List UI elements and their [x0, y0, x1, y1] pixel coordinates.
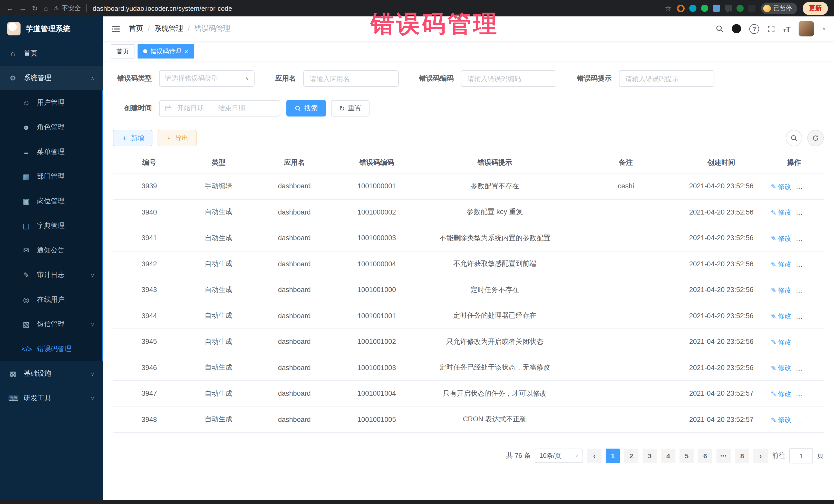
goto-page-input[interactable] — [789, 448, 813, 463]
breadcrumb-item[interactable]: 错误码管理 — [183, 24, 231, 34]
submenu-item-icon: ▧ — [22, 320, 31, 328]
page-button[interactable]: 8 — [735, 448, 749, 463]
error-hint-input[interactable] — [619, 70, 714, 87]
edit-link[interactable]: ✎ 修改 — [771, 364, 791, 373]
home-icon[interactable]: ⌂ — [43, 4, 48, 12]
sidebar-group-system[interactable]: ⚙ 系统管理 ∧ — [0, 66, 103, 90]
extension-icon[interactable] — [737, 5, 744, 12]
hamburger-icon[interactable] — [111, 24, 120, 34]
reload-icon[interactable]: ↻ — [32, 4, 38, 12]
edit-icon: ✎ — [771, 338, 776, 346]
close-icon[interactable]: × — [184, 48, 188, 54]
sidebar-subitem[interactable]: ▧ 短信管理 ∨ — [0, 312, 103, 337]
puzzle-extension-icon[interactable] — [748, 5, 755, 12]
breadcrumb-item[interactable]: 系统管理 — [143, 24, 183, 34]
error-type-select[interactable]: 请选择错误码类型 ∨ — [159, 70, 255, 87]
refresh-table-button[interactable] — [807, 130, 824, 146]
font-size-icon[interactable]: тT — [784, 24, 791, 33]
url-text[interactable]: dashboard.yudao.iocoder.cn/system/error-… — [93, 4, 232, 12]
github-icon[interactable] — [732, 24, 741, 34]
cell-actions: ✎ 修改 删除 — [764, 380, 824, 407]
forward-icon[interactable]: → — [19, 4, 26, 12]
page-button[interactable]: 6 — [698, 448, 712, 463]
cell-time: 2021-04-20 23:52:56 — [679, 303, 764, 329]
next-page-button[interactable]: › — [753, 448, 768, 463]
cell-time: 2021-04-20 23:52:56 — [679, 199, 764, 225]
sidebar-item-home[interactable]: ⌂ 首页 — [0, 41, 103, 66]
delete-link[interactable]: 删除 — [798, 285, 819, 294]
sidebar-subitem[interactable]: ☺ 用户管理 — [0, 90, 103, 115]
page-button[interactable]: 2 — [624, 448, 638, 463]
delete-link[interactable]: 删除 — [798, 337, 819, 346]
delete-icon — [798, 364, 805, 370]
breadcrumb-item[interactable]: 首页 — [129, 24, 143, 34]
user-avatar[interactable] — [799, 21, 814, 37]
toggle-search-button[interactable] — [786, 130, 802, 146]
paused-badge[interactable]: 已暂停 — [761, 2, 797, 14]
export-button[interactable]: 导出 — [158, 130, 197, 146]
edit-link[interactable]: ✎ 修改 — [771, 415, 791, 424]
extension-icon[interactable]: on — [725, 5, 732, 12]
delete-link[interactable]: 删除 — [798, 259, 819, 268]
page-button[interactable]: 4 — [661, 448, 675, 463]
chevron-down-icon[interactable]: ∨ — [822, 26, 826, 31]
sidebar-subitem[interactable]: ✉ 通知公告 — [0, 238, 103, 263]
prev-page-button[interactable]: ‹ — [587, 448, 601, 463]
page-button[interactable]: 5 — [680, 448, 694, 463]
sidebar-subitem[interactable]: ◎ 在线用户 — [0, 287, 103, 312]
edit-link[interactable]: ✎ 修改 — [771, 337, 791, 347]
sidebar-subitem[interactable]: ▦ 部门管理 — [0, 164, 103, 189]
app-logo[interactable]: 芋道管理系统 — [0, 17, 103, 41]
edit-link[interactable]: ✎ 修改 — [771, 311, 791, 321]
edit-link[interactable]: ✎ 修改 — [771, 182, 791, 191]
error-code-input[interactable] — [461, 70, 556, 87]
update-button[interactable]: 更新 — [803, 2, 828, 15]
edit-link[interactable]: ✎ 修改 — [771, 234, 791, 243]
app-name-input[interactable] — [303, 70, 398, 87]
edit-link[interactable]: ✎ 修改 — [771, 389, 791, 398]
reset-button[interactable]: ↻ 重置 — [331, 100, 370, 116]
fullscreen-icon[interactable] — [768, 25, 775, 32]
search-button[interactable]: 搜索 — [286, 100, 326, 116]
back-icon[interactable]: ← — [6, 4, 13, 12]
page-size-select[interactable]: 10条/页 ∨ — [535, 448, 583, 463]
sidebar-subitem[interactable]: ▤ 字典管理 — [0, 214, 103, 238]
header-search-icon[interactable] — [716, 25, 724, 33]
sidebar-subitem[interactable]: </> 错误码管理 — [0, 337, 103, 361]
help-icon[interactable]: ? — [750, 24, 759, 34]
extension-icon[interactable] — [689, 5, 697, 12]
cell-remark — [573, 225, 679, 251]
delete-link[interactable]: 删除 — [798, 414, 819, 424]
delete-link[interactable]: 删除 — [798, 181, 819, 191]
create-time-range-picker[interactable]: 开始日期 - 结束日期 — [159, 100, 280, 116]
page-button[interactable]: 3 — [642, 448, 657, 463]
delete-link[interactable]: 删除 — [798, 311, 819, 320]
delete-link[interactable]: 删除 — [798, 389, 819, 398]
delete-link[interactable]: 删除 — [798, 233, 819, 242]
extension-icon[interactable] — [677, 4, 685, 12]
cell-type: 自动生成 — [185, 251, 251, 277]
sidebar-group[interactable]: ⌨ 研发工具 ∨ — [0, 386, 103, 411]
edit-link[interactable]: ✎ 修改 — [771, 286, 791, 295]
tab[interactable]: 首页 × — [111, 44, 134, 59]
delete-link[interactable]: 删除 — [798, 363, 819, 372]
edit-link[interactable]: ✎ 修改 — [771, 260, 791, 269]
sidebar-subitem[interactable]: ▣ 岗位管理 — [0, 189, 103, 214]
sidebar-subitem[interactable]: ✎ 审计日志 ∨ — [0, 263, 103, 287]
sidebar-group[interactable]: ▩ 基础设施 ∨ — [0, 361, 103, 386]
submenu-item-icon: ✉ — [22, 246, 31, 255]
page-button[interactable]: 1 — [606, 448, 620, 463]
edit-link[interactable]: ✎ 修改 — [771, 208, 791, 217]
site-security-badge[interactable]: ⚠ 不安全 — [53, 4, 81, 13]
extension-icon[interactable] — [713, 5, 720, 12]
add-button[interactable]: ＋ 新增 — [113, 130, 152, 146]
sidebar-subitem[interactable]: ≡ 菜单管理 — [0, 139, 103, 164]
submenu-item-icon: ◎ — [22, 295, 31, 304]
page-button[interactable]: ••• — [717, 448, 731, 463]
sidebar-subitem[interactable]: ☻ 角色管理 — [0, 115, 103, 139]
extension-icon[interactable] — [701, 5, 708, 12]
delete-icon — [798, 209, 805, 215]
tab[interactable]: 错误码管理 × — [137, 44, 194, 59]
delete-link[interactable]: 删除 — [798, 207, 819, 216]
bookmark-star-icon[interactable]: ☆ — [665, 4, 671, 12]
